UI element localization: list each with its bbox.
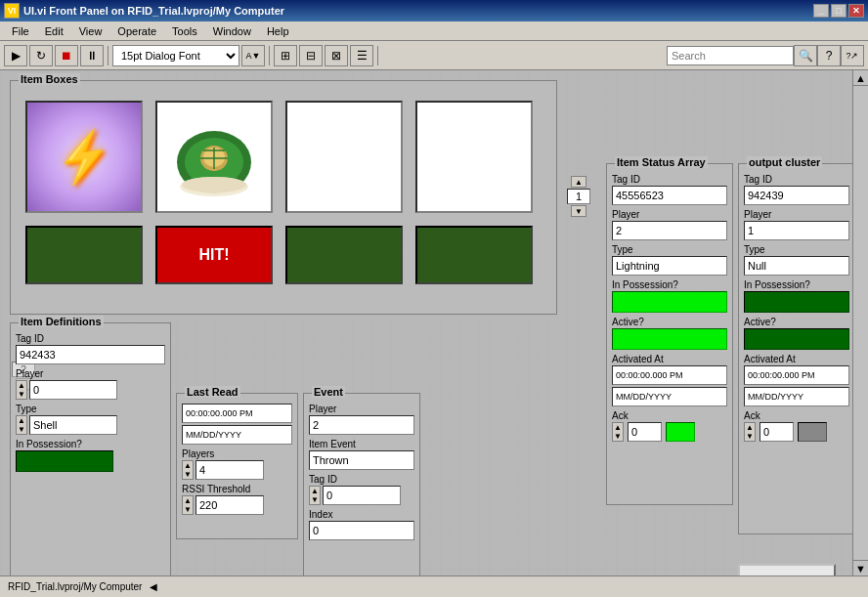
event-tag-input[interactable] bbox=[323, 486, 401, 505]
out-tag-id-row: Tag ID bbox=[744, 174, 849, 205]
event-label: Event bbox=[312, 386, 345, 398]
datetime-row bbox=[182, 404, 292, 445]
rssi-spinner: ▲▼ bbox=[182, 495, 292, 515]
status-tag-id-row: Tag ID bbox=[612, 174, 727, 205]
status-type-row: Type bbox=[612, 244, 727, 276]
status-activated-at-row: Activated At bbox=[612, 354, 727, 406]
menu-view[interactable]: View bbox=[71, 23, 110, 39]
item-boxes-label: Item Boxes bbox=[19, 73, 80, 85]
status-tag-id-input[interactable] bbox=[612, 186, 727, 205]
event-group: Event Player Item Event Tag ID ▲▼ Index bbox=[303, 393, 420, 576]
align-button[interactable]: ⊞ bbox=[274, 45, 297, 66]
reorder-button[interactable]: ☰ bbox=[350, 45, 373, 66]
out-ack-spinner[interactable]: ▲▼ bbox=[744, 422, 756, 442]
item-event-row: Item Event bbox=[309, 439, 414, 470]
close-button[interactable]: ✕ bbox=[848, 4, 864, 18]
ack-spinner[interactable]: ▲▼ bbox=[612, 422, 624, 442]
out-type-input[interactable] bbox=[744, 256, 849, 276]
rssi-input[interactable] bbox=[195, 495, 264, 515]
resize-button[interactable]: ⊠ bbox=[325, 45, 348, 66]
status-counter-up[interactable]: ▲ bbox=[571, 176, 586, 188]
maximize-button[interactable]: □ bbox=[831, 4, 846, 18]
distribute-button[interactable]: ⊟ bbox=[299, 45, 323, 66]
menu-file[interactable]: File bbox=[4, 23, 37, 39]
stop-button[interactable]: STOP bbox=[738, 564, 836, 576]
out-active-row: Active? bbox=[744, 317, 849, 350]
out-type-row: Type bbox=[744, 244, 849, 276]
status-in-possession-label: In Possession? bbox=[612, 279, 727, 290]
players-spinner-btn[interactable]: ▲▼ bbox=[182, 460, 194, 480]
datetime-input[interactable] bbox=[182, 404, 292, 423]
type-input[interactable] bbox=[29, 415, 117, 435]
run-continuously-button[interactable]: ↻ bbox=[29, 45, 53, 66]
event-index-input[interactable] bbox=[309, 521, 414, 540]
out-date-input[interactable] bbox=[744, 387, 849, 406]
right-scrollbar[interactable]: ▲ ▼ bbox=[852, 70, 868, 576]
menu-edit[interactable]: Edit bbox=[37, 23, 71, 39]
font-size-down[interactable]: A▼ bbox=[241, 45, 265, 66]
scroll-track[interactable] bbox=[853, 86, 868, 560]
event-tag-spinner-btn[interactable]: ▲▼ bbox=[309, 486, 321, 505]
item-event-input[interactable] bbox=[309, 450, 414, 470]
tag-id-input[interactable] bbox=[16, 345, 165, 364]
status-ack-label: Ack bbox=[612, 410, 727, 421]
player-input[interactable] bbox=[29, 380, 117, 400]
status-counter-down[interactable]: ▼ bbox=[571, 205, 586, 217]
status-activated-at-label: Activated At bbox=[612, 354, 727, 364]
status-arrow: ◀ bbox=[150, 581, 157, 592]
type-spinner-btn[interactable]: ▲▼ bbox=[16, 415, 27, 435]
status-date-input[interactable] bbox=[612, 387, 727, 406]
player-row: Player ▲▼ bbox=[16, 368, 165, 400]
context-help-button[interactable]: ?↗ bbox=[841, 45, 864, 66]
run-arrow-button[interactable]: ▶ bbox=[4, 45, 27, 66]
status-ack-row: Ack ▲▼ bbox=[612, 410, 727, 442]
last-read-group: Last Read Players ▲▼ RSSI Threshold ▲▼ bbox=[176, 393, 298, 539]
status-counter-display: 1 bbox=[567, 189, 590, 204]
player-spinner: ▲▼ bbox=[16, 380, 165, 400]
stop-button[interactable]: ⏹ bbox=[55, 45, 78, 66]
scroll-down[interactable]: ▼ bbox=[853, 560, 868, 576]
minimize-button[interactable]: _ bbox=[813, 4, 829, 18]
out-type-label: Type bbox=[744, 244, 849, 255]
player-spinner-btn[interactable]: ▲▼ bbox=[16, 380, 27, 400]
menu-window[interactable]: Window bbox=[205, 23, 259, 39]
event-player-row: Player bbox=[309, 404, 414, 435]
out-ack-input[interactable] bbox=[760, 422, 794, 442]
help-icon[interactable]: ? bbox=[817, 45, 841, 66]
players-input[interactable] bbox=[195, 460, 264, 480]
out-ack-row: Ack ▲▼ bbox=[744, 410, 849, 442]
item-event-label: Item Event bbox=[309, 439, 414, 449]
rssi-spinner-btn[interactable]: ▲▼ bbox=[182, 495, 194, 515]
output-cluster-label: output cluster bbox=[747, 156, 822, 168]
ack-row: ▲▼ bbox=[612, 422, 727, 442]
search-icon[interactable]: 🔍 bbox=[794, 45, 817, 66]
status-player-input[interactable] bbox=[612, 221, 727, 240]
player-label: Player bbox=[16, 368, 165, 379]
out-tag-id-input[interactable] bbox=[744, 186, 849, 205]
item-image-2 bbox=[155, 101, 273, 213]
lightning-symbol: ⚡ bbox=[51, 125, 118, 190]
out-player-input[interactable] bbox=[744, 221, 849, 240]
menu-help[interactable]: Help bbox=[259, 23, 297, 39]
item-definitions-group: Item Definitions Tag ID Player ▲▼ Type ▲… bbox=[10, 322, 171, 576]
status-tag-id-label: Tag ID bbox=[612, 174, 727, 185]
pause-button[interactable]: ⏸ bbox=[80, 45, 104, 66]
item-image-4 bbox=[415, 101, 533, 213]
event-player-input[interactable] bbox=[309, 415, 414, 435]
status-datetime-input[interactable] bbox=[612, 365, 727, 385]
menu-tools[interactable]: Tools bbox=[164, 23, 205, 39]
in-possession-label: In Possession? bbox=[16, 439, 165, 449]
out-ack-row-inner: ▲▼ bbox=[744, 422, 849, 442]
status-type-input[interactable] bbox=[612, 256, 727, 276]
rssi-label: RSSI Threshold bbox=[182, 484, 292, 494]
search-input[interactable] bbox=[667, 46, 794, 65]
scroll-up[interactable]: ▲ bbox=[853, 70, 868, 86]
date-input[interactable] bbox=[182, 425, 292, 445]
out-datetime-input[interactable] bbox=[744, 365, 849, 385]
item-image-3 bbox=[285, 101, 403, 213]
out-activated-at-label: Activated At bbox=[744, 354, 849, 364]
ack-input[interactable] bbox=[628, 422, 662, 442]
font-select[interactable]: 15pt Dialog Font bbox=[112, 45, 239, 66]
menu-operate[interactable]: Operate bbox=[109, 23, 164, 39]
out-activated-at-row: Activated At bbox=[744, 354, 849, 406]
